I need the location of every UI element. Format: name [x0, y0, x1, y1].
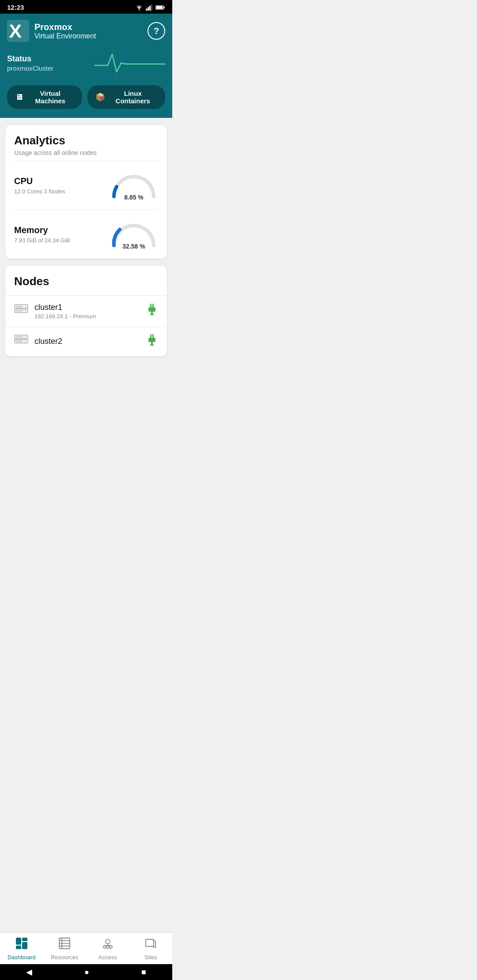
- brand-name: Proxmox: [34, 22, 96, 32]
- svg-rect-3: [149, 6, 151, 11]
- status-bar: 12:23: [0, 0, 172, 14]
- nodes-card: Nodes cluster1 192.168.24.1 - Premium: [5, 266, 167, 356]
- status-label: Status: [7, 54, 53, 64]
- node-name: cluster1: [34, 303, 140, 312]
- cpu-detail: 12.0 Cores 3 Nodes: [14, 188, 65, 195]
- nodes-title: Nodes: [14, 275, 158, 288]
- heartbeat-chart: [95, 50, 165, 76]
- svg-rect-31: [150, 344, 154, 346]
- svg-point-23: [25, 336, 26, 338]
- analytics-subtitle: Usage across all online nodes: [14, 149, 158, 156]
- help-button[interactable]: ?: [148, 22, 165, 40]
- svg-point-15: [25, 310, 26, 312]
- node-info: cluster1 192.168.24.1 - Premium: [34, 303, 140, 320]
- svg-point-12: [25, 306, 26, 307]
- svg-text:X: X: [9, 20, 22, 41]
- svg-rect-28: [152, 334, 154, 338]
- node-server-icon: [14, 304, 28, 318]
- header: X Proxmox Virtual Environment ? Status p…: [0, 14, 172, 118]
- analytics-title: Analytics: [14, 134, 158, 147]
- cpu-metric: CPU 12.0 Cores 3 Nodes 8.85 %: [5, 161, 167, 210]
- vm-tab-label: Virtual Machines: [26, 90, 74, 105]
- cpu-info: CPU 12.0 Cores 3 Nodes: [14, 176, 65, 195]
- node-server-icon-2: [14, 335, 28, 349]
- svg-rect-6: [156, 6, 163, 9]
- cpu-percent: 8.85 %: [124, 194, 144, 201]
- brand-subtitle: Virtual Environment: [34, 32, 96, 40]
- memory-percent: 32.58 %: [122, 243, 145, 250]
- svg-rect-22: [16, 336, 23, 338]
- node-ip: 192.168.24.1 - Premium: [34, 313, 140, 320]
- cpu-label: CPU: [14, 176, 65, 186]
- svg-rect-2: [148, 7, 149, 11]
- svg-rect-7: [164, 7, 165, 8]
- battery-icon: [155, 5, 165, 10]
- node-item[interactable]: cluster1 192.168.24.1 - Premium: [5, 295, 167, 327]
- memory-info: Memory 7.93 GiB of 24.34 GiB: [14, 225, 70, 244]
- svg-rect-18: [148, 307, 155, 312]
- brand: X Proxmox Virtual Environment: [7, 20, 96, 42]
- node-name-2: cluster2: [34, 337, 140, 346]
- tab-buttons: 🖥 Virtual Machines 📦 Linux Containers: [7, 85, 165, 109]
- status-icons: [135, 4, 165, 11]
- content: Analytics Usage across all online nodes …: [0, 125, 172, 399]
- vm-icon: 🖥: [15, 93, 23, 102]
- virtual-machines-tab[interactable]: 🖥 Virtual Machines: [7, 85, 82, 109]
- memory-gauge: 32.58 %: [110, 219, 158, 250]
- svg-rect-4: [151, 4, 152, 11]
- nodes-header: Nodes: [5, 266, 167, 295]
- svg-rect-29: [148, 338, 155, 342]
- svg-rect-20: [150, 314, 154, 315]
- analytics-card: Analytics Usage across all online nodes …: [5, 125, 167, 259]
- header-top: X Proxmox Virtual Environment ?: [7, 20, 165, 42]
- svg-rect-17: [152, 304, 154, 307]
- linux-containers-tab[interactable]: 📦 Linux Containers: [87, 85, 165, 109]
- status-section: Status proxmoxCluster: [7, 50, 165, 76]
- svg-rect-11: [16, 306, 23, 307]
- signal-icon: [146, 4, 153, 11]
- svg-rect-14: [16, 310, 23, 312]
- lxc-tab-label: Linux Containers: [109, 90, 157, 105]
- brand-text: Proxmox Virtual Environment: [34, 22, 96, 40]
- svg-point-26: [25, 341, 26, 342]
- cpu-gauge: 8.85 %: [110, 170, 158, 201]
- svg-rect-16: [150, 304, 151, 307]
- node-info-2: cluster2: [34, 337, 140, 347]
- memory-label: Memory: [14, 225, 70, 235]
- svg-rect-27: [150, 334, 151, 338]
- svg-rect-25: [16, 341, 23, 342]
- memory-detail: 7.93 GiB of 24.34 GiB: [14, 237, 70, 244]
- cluster-name: proxmoxCluster: [7, 64, 53, 72]
- lxc-icon: 📦: [95, 92, 105, 102]
- analytics-header: Analytics Usage across all online nodes: [5, 125, 167, 161]
- svg-point-0: [139, 9, 140, 10]
- status-time: 12:23: [7, 4, 24, 11]
- cluster-status: Status proxmoxCluster: [7, 54, 53, 72]
- node-online-icon-2: [146, 334, 158, 349]
- wifi-icon: [135, 4, 143, 11]
- svg-rect-1: [146, 8, 147, 11]
- node-item[interactable]: cluster2: [5, 327, 167, 356]
- memory-metric: Memory 7.93 GiB of 24.34 GiB 32.58 %: [5, 210, 167, 259]
- brand-logo: X: [7, 20, 29, 42]
- node-online-icon: [146, 304, 158, 319]
